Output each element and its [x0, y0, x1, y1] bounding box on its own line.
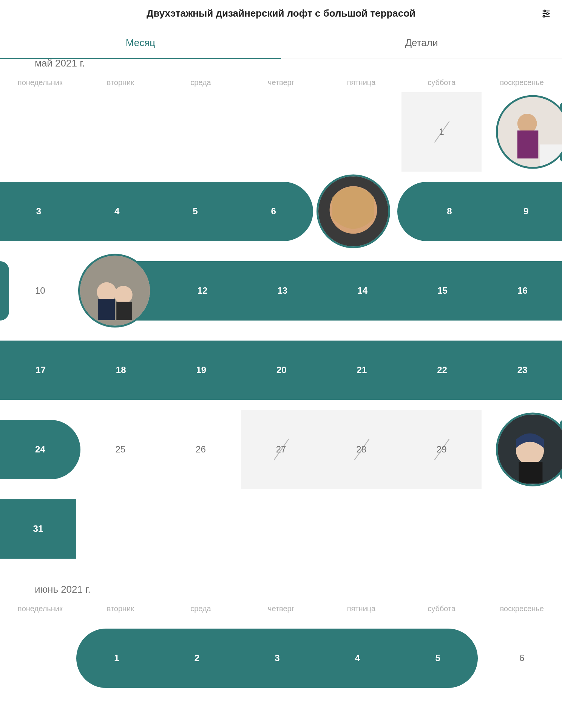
day-empty	[241, 698, 321, 717]
day-number: 10	[35, 285, 45, 296]
day-number: 20	[276, 365, 287, 375]
weekday-sun: воскресенье	[482, 78, 562, 87]
day-number: 5	[435, 653, 440, 663]
day-number: 4	[355, 653, 360, 663]
header: Двухэтажный дизайнерский лофт с большой …	[0, 0, 562, 27]
booking-bar[interactable]: 8 9	[397, 182, 562, 241]
page-title: Двухэтажный дизайнерский лофт с большой …	[147, 8, 415, 19]
day-number: 31	[33, 524, 43, 534]
svg-rect-8	[517, 130, 539, 158]
svg-point-3	[547, 12, 548, 14]
day-number: 17	[36, 365, 46, 375]
day-cell[interactable]: 1	[401, 92, 482, 172]
day-empty	[161, 489, 241, 568]
day-number: 8	[447, 206, 452, 217]
svg-point-7	[517, 114, 537, 133]
day-number: 23	[517, 365, 528, 375]
day-number: 5	[193, 206, 198, 217]
day-empty	[0, 618, 80, 698]
weekday-mon: понедельник	[0, 78, 80, 87]
tab-month[interactable]: Месяц	[0, 27, 281, 59]
weekday-row: понедельник вторник среда четверг пятниц…	[0, 78, 562, 92]
week-row: 3 4 5 6 8 9 7	[0, 172, 562, 251]
day-number: 4	[114, 206, 119, 217]
week-row: 24 25 26 27 28 29	[0, 410, 562, 489]
week-row: 17 18 19 20 21 22 23	[0, 330, 562, 410]
weekday-thu: четверг	[241, 604, 321, 613]
weekday-wed: среда	[161, 604, 241, 613]
day-number: 9	[523, 206, 528, 217]
day-number: 1	[114, 653, 119, 663]
day-empty	[321, 489, 401, 568]
tab-details[interactable]: Детали	[281, 27, 562, 59]
booking-bar[interactable]: 24	[0, 420, 80, 479]
weekday-fri: пятница	[321, 78, 401, 87]
day-number: 27	[276, 444, 286, 455]
day-empty	[161, 92, 241, 172]
day-cell[interactable]: 28	[321, 410, 401, 489]
month-label-june: июнь 2021 г.	[0, 568, 562, 604]
day-number: 2	[195, 653, 199, 663]
settings-icon[interactable]	[541, 8, 551, 19]
day-empty	[401, 698, 482, 717]
day-empty	[80, 698, 161, 717]
booking-bar[interactable]	[0, 261, 9, 321]
svg-point-14	[114, 286, 132, 304]
day-empty	[321, 698, 401, 717]
booking-bar[interactable]: 17 18 19 20 21 22 23	[0, 341, 562, 400]
day-number: 18	[116, 365, 126, 375]
day-number: 3	[275, 653, 279, 663]
day-empty	[401, 489, 482, 568]
day-number: 29	[437, 444, 447, 455]
weekday-mon: понедельник	[0, 604, 80, 613]
day-number: 13	[277, 285, 287, 296]
week-row: 31	[0, 489, 562, 568]
week-row: 6 1 2 3 4 5	[0, 618, 562, 698]
day-number: 14	[357, 285, 367, 296]
calendar-june: 6 1 2 3 4 5	[0, 618, 562, 717]
svg-rect-19	[519, 462, 543, 483]
weekday-sat: суббота	[401, 604, 482, 613]
svg-point-1	[544, 10, 546, 12]
day-number: 28	[356, 444, 366, 455]
weekday-row: понедельник вторник среда четверг пятниц…	[0, 604, 562, 618]
day-number: 22	[437, 365, 447, 375]
week-row-partial	[0, 698, 562, 717]
weekday-tue: вторник	[80, 78, 161, 87]
day-empty	[482, 489, 562, 568]
day-number: 6	[271, 206, 276, 217]
week-row: 10 12 13 14 15 16	[0, 251, 562, 330]
day-number: 15	[437, 285, 448, 296]
svg-rect-16	[116, 302, 132, 320]
day-number: 1	[439, 127, 444, 137]
day-cell[interactable]: 10	[0, 251, 80, 330]
day-cell[interactable]: 29	[401, 410, 482, 489]
week-row: 1	[0, 92, 562, 172]
day-number: 16	[517, 285, 528, 296]
day-cell[interactable]: 27	[241, 410, 321, 489]
svg-rect-15	[98, 299, 115, 320]
day-number: 21	[357, 365, 367, 375]
day-empty	[80, 489, 161, 568]
day-cell[interactable]: 6	[482, 618, 562, 698]
booking-bar[interactable]: 31	[0, 499, 76, 559]
day-empty	[241, 92, 321, 172]
day-number: 25	[116, 444, 126, 455]
booking-bar[interactable]: 12 13 14 15 16	[82, 261, 562, 321]
day-number: 6	[519, 653, 524, 663]
day-number: 24	[35, 444, 45, 455]
day-empty	[161, 698, 241, 717]
weekday-sat: суббота	[401, 78, 482, 87]
calendar-may: 1 3 4 5 6	[0, 92, 562, 568]
day-cell[interactable]: 26	[161, 410, 241, 489]
day-number: 12	[198, 285, 208, 296]
day-empty	[80, 92, 161, 172]
booking-bar[interactable]: 1 2 3 4 5	[76, 629, 478, 688]
guest-avatar[interactable]	[78, 254, 152, 328]
booking-bar[interactable]: 3 4 5 6	[0, 182, 313, 241]
day-empty	[482, 698, 562, 717]
guest-avatar[interactable]	[317, 175, 390, 248]
weekday-fri: пятница	[321, 604, 401, 613]
weekday-tue: вторник	[80, 604, 161, 613]
day-cell[interactable]: 25	[80, 410, 161, 489]
